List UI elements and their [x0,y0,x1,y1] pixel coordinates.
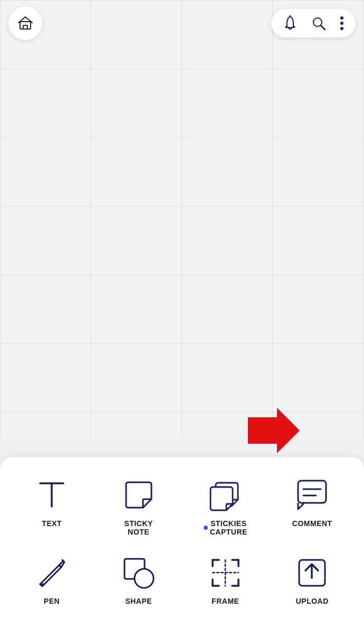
upload-icon [293,554,331,592]
search-icon [311,16,326,31]
svg-point-5 [340,16,343,20]
comment-tool[interactable]: COMMENT [271,472,354,541]
capture-dot [204,526,208,530]
grid-background [0,0,364,438]
svg-rect-11 [298,481,326,503]
stickies-capture-tool[interactable]: STICKIES CAPTURE [184,472,267,541]
frame-tool[interactable]: FRAME [184,549,267,610]
pen-label: PEN [44,597,60,606]
svg-point-7 [340,27,343,30]
top-bar [0,6,364,40]
frame-icon [206,554,244,592]
text-tool[interactable]: TEXT [11,472,93,541]
frame-label: FRAME [212,597,239,606]
home-icon [17,15,34,32]
shape-icon [120,554,158,592]
upload-label: UPLOAD [296,597,329,606]
comment-label: COMMENT [292,519,332,528]
upload-tool[interactable]: UPLOAD [271,549,354,610]
toolbar-grid: TEXT STICKY NOTE [11,472,353,610]
text-label: TEXT [42,519,62,528]
shape-tool[interactable]: SHAPE [98,549,180,610]
svg-point-16 [135,569,154,588]
pen-icon [33,554,71,592]
sticky-note-tool[interactable]: STICKY NOTE [98,472,180,541]
more-options-button[interactable] [339,15,345,32]
svg-marker-8 [248,408,300,453]
stickies-capture-label-wrapper: STICKIES CAPTURE [204,519,247,537]
svg-rect-1 [23,25,27,29]
stickies-capture-label: STICKIES CAPTURE [210,519,247,537]
bottom-toolbar: TEXT STICKY NOTE [0,457,364,627]
svg-line-4 [321,25,325,30]
stickies-capture-icon [206,476,244,514]
svg-point-6 [340,22,343,25]
more-icon [340,16,344,31]
canvas-area[interactable] [0,0,364,438]
shape-label: SHAPE [125,597,152,606]
search-button[interactable] [310,15,327,32]
home-button[interactable] [8,6,42,40]
arrow-svg [248,407,301,454]
sticky-note-icon [120,476,158,514]
comment-icon [293,476,331,514]
bell-icon [283,15,298,31]
notification-button[interactable] [282,14,299,32]
red-arrow-indicator [248,407,295,449]
right-controls [271,9,356,38]
pen-tool[interactable]: PEN [11,549,93,610]
sticky-note-label: STICKY NOTE [124,519,153,537]
text-icon [33,476,71,514]
